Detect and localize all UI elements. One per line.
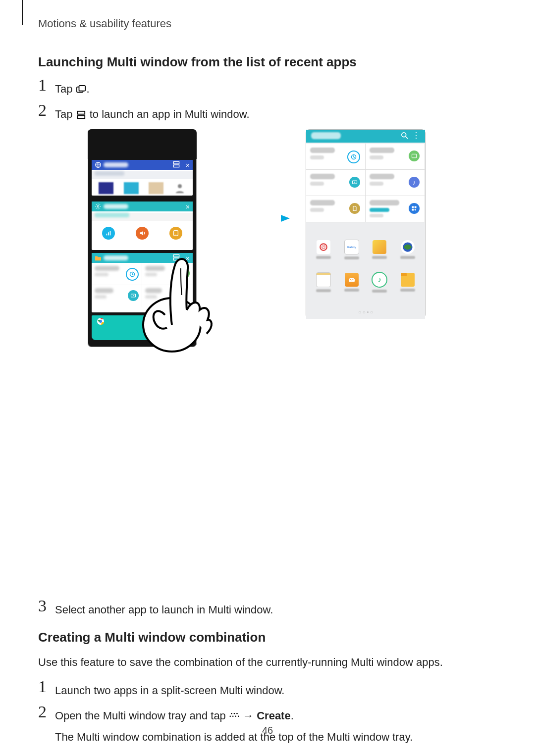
section2-step1: 1 Launch two apps in a split-screen Mult… [38,680,499,699]
step-body: Tap . [55,79,90,97]
text: Open the Multi window tray and tap [55,709,229,722]
myfiles-app-icon [401,273,415,287]
step-number: 3 [38,598,55,614]
close-icon: × [186,254,190,262]
section2-intro: Use this feature to save the combination… [38,654,499,670]
text: Tap [55,83,76,95]
documents-icon [349,203,360,214]
videos-icon [349,177,360,188]
multiwindow-split-icon [76,110,87,119]
svg-point-37 [234,713,235,714]
section2-title: Creating a Multi window combination [38,630,499,645]
svg-point-36 [231,713,232,714]
section1-step1: 1 Tap . [38,79,499,97]
illustration-figure: × × [83,129,454,352]
recent-card-settings: × [92,202,193,250]
globe-icon [95,161,102,168]
sound-icon [136,227,149,240]
text: Tap [55,108,76,120]
messages-app-icon [345,273,359,287]
multiwindow-split-icon [173,254,180,261]
more-icon: ⋮ [412,131,420,140]
svg-rect-15 [173,258,179,260]
images-icon [179,268,190,279]
galaxy-apps-icon: Galaxy [344,240,359,254]
svg-rect-6 [173,165,179,167]
gear-icon [95,203,102,210]
step-body: Launch two apps in a split-screen Multi … [55,680,284,699]
step-body: Select another app to launch in Multi wi… [55,600,273,618]
section2-outro: To delete Multi window combinations, ope… [38,754,499,756]
download-history-icon [409,203,420,214]
svg-line-24 [406,137,408,139]
phone-right-multiwindow: ⋮ ♪ [306,129,426,318]
phone-left-recents: × × [88,129,197,347]
svg-text:@: @ [321,245,326,250]
svg-rect-29 [415,206,417,208]
internet-app-icon [401,240,415,254]
text: → [240,709,257,722]
display-icon [169,227,182,240]
email-app-icon: @ [317,240,330,254]
svg-rect-5 [173,161,179,164]
recent-card-internet: × [92,160,193,196]
tray-handle-icon [229,711,240,720]
recent-card-peek [92,315,193,340]
step-number: 1 [38,678,55,695]
multiwindow-split-icon [173,161,180,168]
step-body: Tap to launch an app in Multi window. [55,104,250,122]
recent-apps-icon [76,85,87,94]
step-number: 1 [38,77,55,94]
svg-rect-9 [107,234,107,236]
create-label: Create [257,709,290,722]
svg-rect-26 [412,154,417,158]
videos-icon [128,290,139,301]
step-number: 2 [38,704,55,720]
svg-rect-2 [77,111,84,114]
close-icon: × [186,203,190,211]
svg-point-40 [232,716,234,717]
svg-rect-10 [108,232,109,235]
text: . [291,709,294,722]
app-titlebar: ⋮ [306,130,425,143]
running-header: Motions & usability features [38,17,171,30]
chrome-icon [97,317,105,325]
svg-rect-14 [173,254,179,257]
images-icon [409,151,420,161]
close-icon: × [186,161,190,169]
page-number: 46 [0,725,535,736]
section1-title: Launching Multi window from the list of … [38,54,499,70]
svg-point-23 [402,133,406,137]
svg-point-42 [238,716,239,717]
memo-app-icon [316,272,331,287]
nav-indicator: ○ ○ • ○ [306,309,425,315]
svg-point-18 [183,273,184,274]
step-number: 2 [38,102,55,119]
svg-point-8 [97,205,99,207]
folder-icon [95,255,102,261]
header-rule [22,0,23,25]
svg-point-13 [175,235,176,236]
recent-card-myfiles: × [92,253,193,312]
music-app-icon: ♪ [372,272,387,288]
page-content: Launching Multi window from the list of … [38,54,499,756]
recent-files-icon [347,151,360,163]
transition-arrow-icon [212,213,291,223]
person-icon [174,182,186,194]
svg-point-7 [178,184,182,188]
svg-point-41 [235,716,236,717]
svg-rect-3 [77,115,84,118]
gallery-app-icon [373,240,386,254]
svg-rect-1 [79,86,85,91]
svg-point-38 [236,713,238,714]
svg-rect-11 [110,231,111,236]
text: . [87,83,90,95]
section1-step2: 2 Tap to launch an app in Multi window. [38,104,499,122]
app-drawer: @ Galaxy ♪ [306,229,425,319]
svg-rect-28 [412,206,414,208]
search-icon [401,132,408,139]
connections-icon [102,227,115,240]
category-grid: ♪ [306,144,425,222]
svg-rect-34 [349,278,355,282]
audio-icon: ♪ [409,177,420,188]
